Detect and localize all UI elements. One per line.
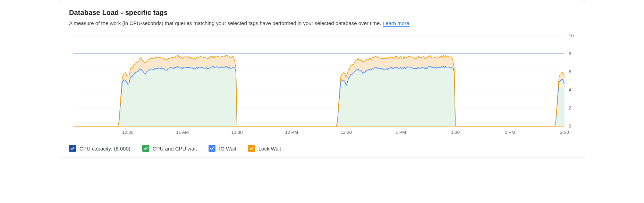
chart-subtitle: A measure of the work (in CPU-seconds) t…	[69, 20, 575, 26]
svg-text:12:30: 12:30	[340, 130, 352, 135]
legend-item-cpu-capacity[interactable]: CPU capacity: (8.000)	[69, 145, 130, 152]
db-load-card: Database Load - specific tags A measure …	[59, 0, 585, 158]
svg-text:1 PM: 1 PM	[396, 130, 406, 135]
svg-text:10:30: 10:30	[122, 130, 134, 135]
svg-text:2 PM: 2 PM	[505, 130, 515, 135]
svg-text:8: 8	[569, 51, 571, 56]
svg-text:10: 10	[569, 34, 574, 38]
chart-title: Database Load - specific tags	[69, 9, 575, 17]
checkbox-icon	[209, 145, 215, 152]
svg-text:11 AM: 11 AM	[176, 130, 189, 135]
svg-text:0: 0	[569, 123, 571, 129]
checkbox-icon	[248, 145, 255, 152]
chart-legend: CPU capacity: (8.000) CPU and CPU wait I…	[59, 140, 585, 152]
svg-text:2: 2	[569, 105, 571, 111]
legend-label: IO Wait	[219, 146, 236, 152]
svg-text:12 PM: 12 PM	[285, 130, 298, 135]
legend-item-io-wait[interactable]: IO Wait	[209, 145, 236, 152]
svg-text:4: 4	[569, 87, 571, 92]
legend-item-cpu-wait[interactable]: CPU and CPU wait	[142, 145, 197, 152]
svg-text:1:30: 1:30	[451, 130, 460, 135]
chart-subtitle-text: A measure of the work (in CPU-seconds) t…	[69, 20, 383, 26]
legend-item-lock-wait[interactable]: Lock Wait	[248, 145, 281, 152]
checkbox-icon	[69, 145, 76, 152]
svg-text:2:30: 2:30	[560, 130, 569, 135]
chart-svg: 024681010:3011 AM11:3012 PM12:301 PM1:30…	[64, 34, 581, 140]
svg-text:6: 6	[569, 69, 571, 74]
legend-label: Lock Wait	[259, 146, 281, 152]
checkbox-icon	[142, 145, 149, 152]
chart-area: 024681010:3011 AM11:3012 PM12:301 PM1:30…	[64, 34, 580, 140]
svg-text:11:30: 11:30	[231, 130, 243, 135]
legend-label: CPU and CPU wait	[153, 146, 197, 152]
legend-label: CPU capacity: (8.000)	[79, 146, 130, 152]
learn-more-link[interactable]: Learn more	[383, 20, 409, 27]
